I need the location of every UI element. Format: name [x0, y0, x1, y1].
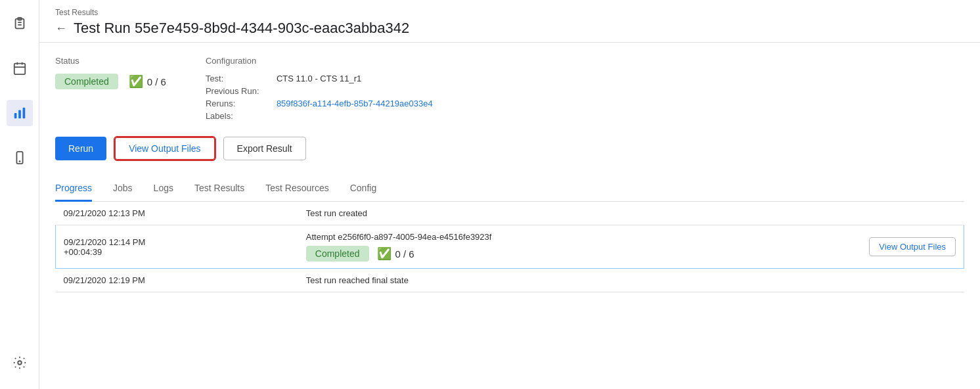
pass-count-value: 0 / 6: [147, 76, 166, 87]
row2-content: Attempt e256f6f0-a897-4005-94ea-e4516fe3…: [298, 225, 736, 269]
row2-duration: +00:04:39: [64, 247, 102, 257]
config-grid: Test: CTS 11.0 - CTS 11_r1 Previous Run:…: [206, 74, 433, 121]
config-reruns-link[interactable]: 859f836f-a114-4efb-85b7-44219ae033e4: [277, 99, 433, 108]
breadcrumb: Test Results: [55, 8, 964, 17]
table-row-attempt: 09/21/2020 12:14 PM +00:04:39 Attempt e2…: [56, 225, 964, 269]
tab-config[interactable]: Config: [350, 176, 376, 202]
view-output-files-button[interactable]: View Output Files: [114, 137, 215, 160]
attempt-check-icon: ✅: [377, 246, 391, 261]
config-labels-value: [277, 111, 433, 121]
sidebar-item-chart[interactable]: [7, 100, 33, 126]
tab-jobs[interactable]: Jobs: [113, 176, 133, 202]
status-badge: Completed: [55, 74, 118, 89]
sidebar: [0, 0, 39, 389]
back-icon[interactable]: ←: [55, 22, 67, 34]
row3-time: 09/21/2020 12:19 PM: [56, 269, 298, 292]
table-row: 09/21/2020 12:13 PM Test run created: [56, 202, 964, 225]
progress-table: 09/21/2020 12:13 PM Test run created 09/…: [55, 202, 964, 292]
config-section: Configuration Test: CTS 11.0 - CTS 11_r1…: [206, 56, 433, 121]
rerun-button[interactable]: Rerun: [55, 137, 106, 160]
config-prev-run-key: Previous Run:: [206, 86, 271, 96]
tab-logs[interactable]: Logs: [154, 176, 173, 202]
attempt-pass-count-value: 0 / 6: [395, 248, 414, 260]
status-label: Status: [55, 56, 166, 66]
pass-count: ✅ 0 / 6: [129, 74, 166, 89]
top-section: Status Completed ✅ 0 / 6 Configuration T…: [55, 56, 964, 121]
sidebar-item-settings[interactable]: [7, 350, 33, 376]
tab-test-results[interactable]: Test Results: [194, 176, 244, 202]
tab-progress[interactable]: Progress: [55, 176, 92, 202]
attempt-view-output-button[interactable]: View Output Files: [869, 237, 956, 256]
main-content: Test Results ← Test Run 55e7e459-8b9d-43…: [39, 0, 980, 389]
table-row-final: 09/21/2020 12:19 PM Test run reached fin…: [56, 269, 964, 292]
attempt-status-badge: Completed: [306, 246, 369, 262]
content-area: Status Completed ✅ 0 / 6 Configuration T…: [39, 43, 980, 389]
svg-point-13: [18, 361, 22, 365]
header: Test Results ← Test Run 55e7e459-8b9d-43…: [39, 0, 980, 43]
status-section: Status Completed ✅ 0 / 6: [55, 56, 166, 121]
config-labels-key: Labels:: [206, 111, 271, 121]
tabs: Progress Jobs Logs Test Results Test Res…: [55, 176, 964, 202]
sidebar-item-phone[interactable]: [7, 145, 33, 171]
config-test-key: Test:: [206, 74, 271, 83]
status-row: Completed ✅ 0 / 6: [55, 74, 166, 89]
attempt-pass-count: ✅ 0 / 6: [377, 246, 414, 261]
config-prev-run-value: [277, 86, 433, 96]
buttons-row: Rerun View Output Files Export Result: [55, 137, 964, 160]
row3-content: Test run reached final state: [298, 269, 736, 292]
row2-action: View Output Files: [736, 225, 964, 269]
config-reruns-key: Reruns:: [206, 99, 271, 108]
export-result-button[interactable]: Export Result: [223, 137, 306, 160]
svg-rect-10: [22, 108, 25, 119]
svg-rect-4: [14, 64, 25, 75]
sidebar-item-calendar[interactable]: [7, 55, 33, 81]
page-title: Test Run 55e7e459-8b9d-4344-903c-eaac3ab…: [74, 20, 409, 37]
row1-time: 09/21/2020 12:13 PM: [56, 202, 298, 225]
row3-action: [736, 269, 964, 292]
tab-test-resources[interactable]: Test Resources: [265, 176, 328, 202]
svg-rect-9: [18, 110, 21, 118]
sidebar-item-clipboard[interactable]: [7, 11, 33, 37]
attempt-id: Attempt e256f6f0-a897-4005-94ea-e4516fe3…: [306, 232, 728, 242]
svg-rect-8: [14, 113, 16, 118]
row1-content: Test run created: [298, 202, 736, 225]
row2-time: 09/21/2020 12:14 PM +00:04:39: [56, 225, 298, 269]
check-circle-icon: ✅: [129, 74, 143, 89]
row1-action: [736, 202, 964, 225]
config-label: Configuration: [206, 56, 433, 66]
config-test-value: CTS 11.0 - CTS 11_r1: [277, 74, 433, 83]
attempt-detail: Completed ✅ 0 / 6: [306, 246, 728, 262]
